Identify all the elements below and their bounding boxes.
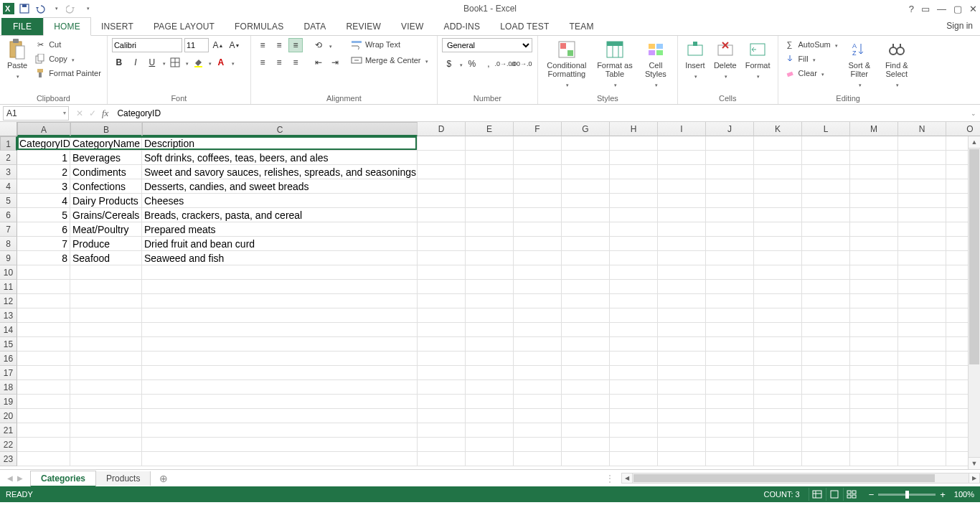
cell[interactable] <box>514 208 562 222</box>
redo-icon[interactable] <box>66 3 77 14</box>
row-header[interactable]: 3 <box>0 165 17 179</box>
cell[interactable] <box>610 352 658 366</box>
cell[interactable] <box>142 366 418 380</box>
row-header[interactable]: 9 <box>0 251 17 265</box>
page-break-view-icon[interactable] <box>843 488 860 501</box>
cell[interactable] <box>562 194 610 208</box>
cell[interactable] <box>610 222 658 237</box>
row-header[interactable]: 12 <box>0 294 17 308</box>
cell[interactable] <box>562 409 610 423</box>
cell[interactable] <box>70 438 142 452</box>
cell[interactable] <box>754 395 802 409</box>
cell[interactable] <box>802 438 850 452</box>
cell[interactable] <box>17 352 70 366</box>
cell[interactable] <box>658 136 706 151</box>
cell[interactable] <box>418 165 466 179</box>
cell[interactable] <box>706 423 754 438</box>
cell[interactable] <box>610 395 658 409</box>
row-header[interactable]: 15 <box>0 337 17 352</box>
cell[interactable] <box>898 409 946 423</box>
column-header[interactable]: O <box>946 122 980 136</box>
tab-file[interactable]: FILE <box>1 18 43 35</box>
row-header[interactable]: 8 <box>0 237 17 251</box>
cell[interactable] <box>706 452 754 466</box>
cell[interactable] <box>17 337 70 352</box>
cell[interactable] <box>610 280 658 294</box>
cell[interactable] <box>658 352 706 366</box>
scroll-down-icon[interactable]: ▼ <box>969 457 980 469</box>
cell[interactable] <box>17 323 70 337</box>
cell[interactable] <box>802 294 850 308</box>
cell[interactable] <box>754 237 802 251</box>
cell[interactable] <box>466 308 514 323</box>
cell[interactable] <box>562 222 610 237</box>
cell[interactable]: CategoryID <box>17 136 70 151</box>
cell[interactable] <box>658 165 706 179</box>
cell[interactable] <box>706 280 754 294</box>
cell[interactable] <box>17 308 70 323</box>
cell[interactable] <box>142 337 418 352</box>
zoom-out-button[interactable]: − <box>869 489 875 500</box>
cell[interactable]: 1 <box>17 151 70 165</box>
cell[interactable] <box>898 222 946 237</box>
fill-color-button[interactable] <box>191 55 205 70</box>
cell[interactable] <box>898 179 946 194</box>
cell[interactable] <box>706 237 754 251</box>
save-icon[interactable] <box>19 3 30 14</box>
select-all-corner[interactable] <box>0 122 17 136</box>
cell[interactable] <box>658 251 706 265</box>
cell[interactable] <box>706 366 754 380</box>
sheet-tab-products[interactable]: Products <box>96 471 151 486</box>
cell[interactable]: 2 <box>17 165 70 179</box>
cell[interactable]: CategoryName <box>70 136 142 151</box>
cell[interactable] <box>418 380 466 395</box>
decrease-indent-icon[interactable]: ⇤ <box>311 55 326 70</box>
decrease-font-icon[interactable]: A▼ <box>227 38 242 52</box>
zoom-thumb[interactable] <box>905 491 909 499</box>
tab-page-layout[interactable]: PAGE LAYOUT <box>143 18 225 35</box>
page-layout-view-icon[interactable] <box>826 488 843 501</box>
cell[interactable] <box>17 395 70 409</box>
row-header[interactable]: 22 <box>0 438 17 452</box>
cell[interactable] <box>802 222 850 237</box>
cell[interactable] <box>754 280 802 294</box>
cell[interactable] <box>610 237 658 251</box>
cell[interactable] <box>658 294 706 308</box>
cell[interactable] <box>514 380 562 395</box>
zoom-track[interactable] <box>878 494 936 496</box>
cell[interactable] <box>898 352 946 366</box>
cell[interactable] <box>70 409 142 423</box>
cell[interactable] <box>562 280 610 294</box>
cell[interactable] <box>802 237 850 251</box>
cell[interactable] <box>562 352 610 366</box>
cell[interactable] <box>466 337 514 352</box>
cell[interactable] <box>142 265 418 280</box>
column-header[interactable]: F <box>514 122 562 136</box>
tab-split-handle[interactable]: ⋮ <box>600 473 621 484</box>
cell[interactable] <box>514 280 562 294</box>
cell[interactable] <box>850 194 898 208</box>
cell[interactable] <box>898 280 946 294</box>
cell[interactable] <box>898 165 946 179</box>
cell[interactable] <box>610 208 658 222</box>
cell[interactable] <box>514 438 562 452</box>
cell[interactable]: 7 <box>17 237 70 251</box>
cell[interactable] <box>466 352 514 366</box>
cell[interactable] <box>850 323 898 337</box>
row-header[interactable]: 14 <box>0 323 17 337</box>
cell[interactable]: 8 <box>17 251 70 265</box>
autosum-button[interactable]: ∑AutoSum <box>783 38 839 51</box>
cell[interactable] <box>850 251 898 265</box>
cell[interactable] <box>898 380 946 395</box>
cell[interactable] <box>70 452 142 466</box>
cell[interactable] <box>17 366 70 380</box>
cell[interactable] <box>562 337 610 352</box>
cell[interactable] <box>514 237 562 251</box>
cell[interactable] <box>562 136 610 151</box>
row-header[interactable]: 16 <box>0 352 17 366</box>
cell[interactable] <box>802 409 850 423</box>
row-header[interactable]: 23 <box>0 452 17 466</box>
cell[interactable] <box>706 438 754 452</box>
cell[interactable]: 5 <box>17 208 70 222</box>
cell[interactable] <box>802 308 850 323</box>
